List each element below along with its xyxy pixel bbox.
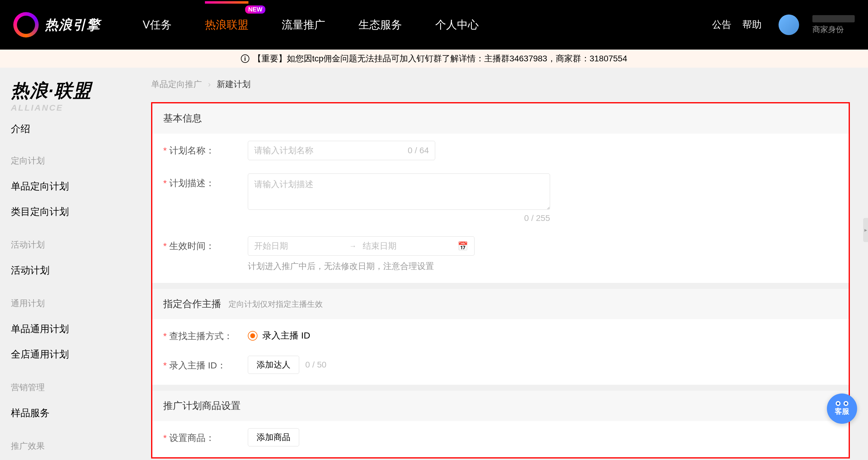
expand-handle[interactable] xyxy=(863,218,868,242)
sidebar-item-sample[interactable]: 样品服务 xyxy=(11,400,134,426)
top-nav: 热浪引擎 V任务 热浪联盟 NEW 流量推广 生态服务 个人中心 公告 帮助 商… xyxy=(0,0,868,50)
section-hint: 定向计划仅对指定主播生效 xyxy=(228,299,323,309)
radio-label: 录入主播 ID xyxy=(262,330,310,342)
add-anchor-button[interactable]: 添加达人 xyxy=(248,356,299,374)
nav-personal[interactable]: 个人中心 xyxy=(435,1,479,49)
label-anchor-id: *录入主播 ID： xyxy=(163,356,248,372)
new-badge: NEW xyxy=(245,5,266,13)
sidebar-item-category-target[interactable]: 类目定向计划 xyxy=(11,199,134,224)
section-basic-info: 基本信息 *计划名称： 0 / 64 *计划描述： xyxy=(152,103,849,283)
sidebar-item-single-general[interactable]: 单品通用计划 xyxy=(11,316,134,342)
label-find-method: *查找主播方式： xyxy=(163,327,248,342)
label-set-product: *设置商品： xyxy=(163,428,248,444)
section-anchor: 指定合作主播 定向计划仅对指定主播生效 *查找主播方式： 录入主播 ID xyxy=(152,289,849,385)
label-plan-desc: *计划描述： xyxy=(163,174,248,189)
cs-face-icon xyxy=(836,401,848,406)
arrow-right-icon: → xyxy=(349,242,356,250)
plan-desc-textarea[interactable] xyxy=(248,174,550,210)
avatar[interactable] xyxy=(779,14,799,35)
sidebar: 热浪·联盟 ALLIANCE 介绍 定向计划 单品定向计划 类目定向计划 活动计… xyxy=(0,68,145,460)
date-range-picker[interactable]: 开始日期 → 结束日期 📅 xyxy=(248,236,474,256)
end-date: 结束日期 xyxy=(363,240,452,252)
start-date: 开始日期 xyxy=(254,240,343,252)
logo-icon xyxy=(13,12,39,37)
sidebar-item-single-target[interactable]: 单品定向计划 xyxy=(11,174,134,199)
user-info[interactable]: 商家身份 xyxy=(812,15,855,35)
label-plan-name: *计划名称： xyxy=(163,141,248,157)
nav-v-task[interactable]: V任务 xyxy=(143,1,172,49)
notice-text: 【重要】如您因tcp佣金问题无法挂品可加入钉钉群了解详情：主播群34637983… xyxy=(253,53,627,64)
nav-eco[interactable]: 生态服务 xyxy=(359,1,402,49)
nav-traffic[interactable]: 流量推广 xyxy=(282,1,325,49)
breadcrumb-current: 新建计划 xyxy=(217,79,251,90)
breadcrumb-parent[interactable]: 单品定向推广 xyxy=(151,79,202,90)
plan-name-input[interactable] xyxy=(254,146,408,155)
nav-items: V任务 热浪联盟 NEW 流量推广 生态服务 个人中心 xyxy=(143,1,712,49)
plan-name-input-wrap: 0 / 64 xyxy=(248,141,435,160)
desc-counter: 0 / 255 xyxy=(248,213,550,223)
section-title: 推广计划商品设置 xyxy=(163,399,241,412)
notice-bar: i 【重要】如您因tcp佣金问题无法挂品可加入钉钉群了解详情：主播群346379… xyxy=(0,50,868,68)
section-title: 基本信息 xyxy=(163,112,202,125)
form-container: 基本信息 *计划名称： 0 / 64 *计划描述： xyxy=(151,102,850,459)
info-icon: i xyxy=(241,54,249,63)
anchor-counter: 0 / 50 xyxy=(305,360,327,370)
radio-anchor-id[interactable]: 录入主播 ID xyxy=(248,327,550,342)
logo-text: 热浪引擎 xyxy=(45,16,100,34)
sidebar-intro[interactable]: 介绍 xyxy=(11,113,134,141)
sidebar-group-header: 营销管理 xyxy=(11,382,134,393)
sidebar-group-header: 推广效果 xyxy=(11,440,134,452)
section-product: 推广计划商品设置 *设置商品： 添加商品 xyxy=(152,391,849,457)
sidebar-group-header: 定向计划 xyxy=(11,155,134,166)
logo[interactable]: 热浪引擎 xyxy=(13,12,100,37)
sidebar-item-store-general[interactable]: 全店通用计划 xyxy=(11,342,134,367)
breadcrumb: 单品定向推广 › 新建计划 xyxy=(151,79,850,90)
radio-icon xyxy=(248,331,257,341)
content: 单品定向推广 › 新建计划 基本信息 *计划名称： 0 / 64 xyxy=(145,68,868,460)
add-product-button[interactable]: 添加商品 xyxy=(248,428,299,447)
calendar-icon: 📅 xyxy=(458,241,468,251)
sidebar-item-activity[interactable]: 活动计划 xyxy=(11,258,134,283)
section-title: 指定合作主播 xyxy=(163,297,221,311)
sidebar-group-header: 活动计划 xyxy=(11,239,134,250)
sidebar-subtitle: ALLIANCE xyxy=(11,103,134,113)
sidebar-title: 热浪·联盟 xyxy=(11,79,134,103)
nav-right: 公告 帮助 商家身份 xyxy=(712,14,855,35)
chevron-right-icon: › xyxy=(208,80,211,89)
customer-service-button[interactable]: 客服 xyxy=(827,394,857,424)
nav-alliance[interactable]: 热浪联盟 NEW xyxy=(205,1,248,49)
nav-announce[interactable]: 公告 xyxy=(712,18,732,31)
name-counter: 0 / 64 xyxy=(408,146,429,155)
date-hint: 计划进入推广中后，无法修改日期，注意合理设置 xyxy=(248,260,550,272)
user-role: 商家身份 xyxy=(812,24,855,35)
user-name-redacted xyxy=(812,15,855,22)
label-effective-date: *生效时间： xyxy=(163,236,248,252)
nav-help[interactable]: 帮助 xyxy=(742,18,762,31)
sidebar-group-header: 通用计划 xyxy=(11,298,134,309)
